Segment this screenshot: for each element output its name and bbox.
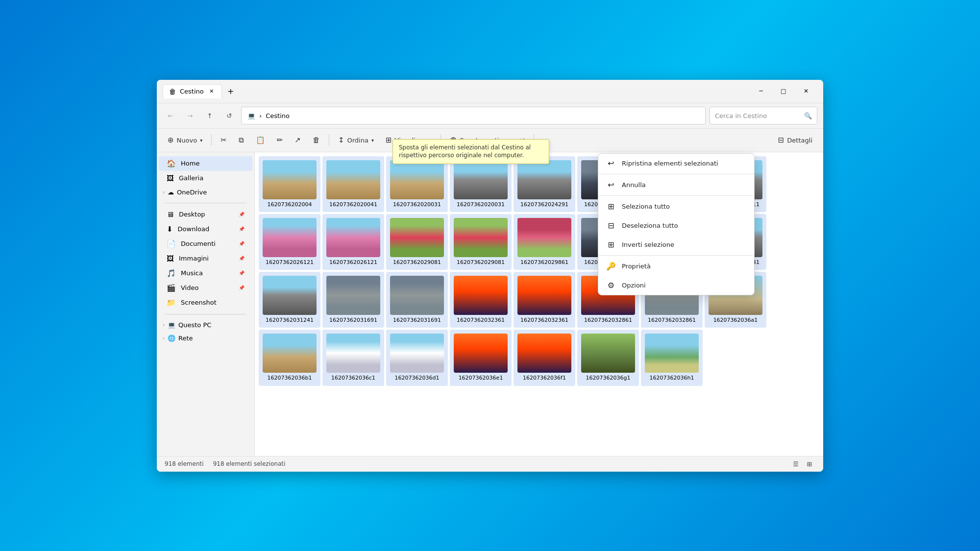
details-icon: ⊟ bbox=[778, 136, 784, 144]
sidebar-item-gallery[interactable]: 🖼 Galleria bbox=[159, 171, 252, 186]
file-item[interactable]: 16207362026121 bbox=[259, 214, 320, 270]
tooltip-box: Sposta gli elementi selezionati dal Cest… bbox=[392, 139, 549, 165]
sidebar-item-images[interactable]: 🖼 Immagini 📌 bbox=[159, 251, 252, 266]
share-button[interactable]: ↗ bbox=[290, 131, 306, 149]
search-placeholder: Cerca in Cestino bbox=[715, 112, 767, 120]
sidebar-item-screenshot[interactable]: 📁 Screenshot bbox=[159, 295, 252, 310]
file-thumbnail bbox=[390, 218, 444, 257]
context-select-all-button[interactable]: ⊞ Seleziona tutto bbox=[598, 197, 754, 216]
file-name: 16207362029081 bbox=[393, 259, 441, 266]
cut-icon: ✂ bbox=[220, 136, 227, 144]
file-item[interactable]: 16207362036f1 bbox=[514, 330, 575, 385]
search-box[interactable]: Cerca in Cestino 🔍 bbox=[710, 107, 817, 124]
file-thumbnail bbox=[263, 276, 317, 315]
file-item[interactable]: 16207362036c1 bbox=[322, 330, 384, 385]
copy-button[interactable]: ⧉ bbox=[234, 131, 249, 149]
file-item[interactable]: 16207362036b1 bbox=[259, 330, 320, 385]
back-button[interactable]: ← bbox=[163, 108, 178, 123]
file-thumbnail bbox=[517, 160, 571, 199]
file-item[interactable]: 16207362029081 bbox=[450, 214, 512, 270]
file-name: 16207362036g1 bbox=[586, 375, 631, 382]
context-invert-button[interactable]: ⊞ Inverti selezione bbox=[598, 235, 754, 254]
status-grid-view-button[interactable]: ⊞ bbox=[804, 458, 815, 470]
file-item[interactable]: 16207362032361 bbox=[450, 272, 512, 328]
file-name: 16207362020031 bbox=[393, 201, 441, 208]
file-item[interactable]: 16207362032361 bbox=[514, 272, 575, 328]
tab-cestino[interactable]: 🗑 Cestino ✕ bbox=[163, 84, 222, 98]
cut-button[interactable]: ✂ bbox=[216, 131, 232, 149]
sidebar-item-network[interactable]: › 🌐 Rete bbox=[159, 332, 252, 345]
context-options-icon: ⚙ bbox=[606, 281, 616, 290]
address-bar: ← → ↑ ↺ 💻 › Cestino Cerca in Cestino 🔍 bbox=[157, 103, 823, 129]
file-item[interactable]: 16207362020031 bbox=[386, 156, 448, 212]
file-item[interactable]: 16207362036d1 bbox=[386, 330, 448, 385]
file-item[interactable]: 16207362020041 bbox=[322, 156, 384, 212]
file-item[interactable]: 16207362036g1 bbox=[577, 330, 639, 385]
file-item[interactable]: 16207362031691 bbox=[322, 272, 384, 328]
details-button[interactable]: ⊟ Dettagli bbox=[773, 131, 817, 149]
up-button[interactable]: ↑ bbox=[202, 108, 218, 123]
images-icon: 🖼 bbox=[167, 254, 174, 263]
file-item[interactable]: 16207362029081 bbox=[386, 214, 448, 270]
file-item[interactable]: 16207362029861 bbox=[514, 214, 575, 270]
sidebar-item-download[interactable]: ⬇ Download 📌 bbox=[159, 222, 252, 237]
context-undo-icon: ↩ bbox=[606, 180, 616, 190]
tab-close-button[interactable]: ✕ bbox=[208, 88, 216, 96]
context-invert-icon: ⊞ bbox=[606, 240, 616, 249]
file-item[interactable]: 1620736202004 bbox=[259, 156, 320, 212]
documents-icon: 📄 bbox=[167, 240, 176, 248]
file-thumbnail bbox=[263, 218, 317, 257]
paste-button[interactable]: 📋 bbox=[251, 131, 270, 149]
toolbar-sep-1 bbox=[211, 134, 212, 146]
sidebar-item-music[interactable]: 🎵 Musica 📌 bbox=[159, 266, 252, 281]
breadcrumb[interactable]: 💻 › Cestino bbox=[241, 107, 706, 124]
sidebar-item-documents[interactable]: 📄 Documenti 📌 bbox=[159, 237, 252, 251]
context-options-button[interactable]: ⚙ Opzioni bbox=[598, 276, 754, 295]
context-undo-button[interactable]: ↩ Annulla bbox=[598, 175, 754, 194]
file-thumbnail bbox=[517, 334, 571, 373]
forward-button[interactable]: → bbox=[182, 108, 198, 123]
file-item[interactable]: 16207362031691 bbox=[386, 272, 448, 328]
delete-button[interactable]: 🗑 bbox=[308, 131, 325, 149]
sidebar-item-home[interactable]: 🏠 Home bbox=[159, 156, 252, 171]
sidebar-item-onedrive[interactable]: › ☁ OneDrive bbox=[159, 186, 252, 199]
file-thumbnail bbox=[390, 160, 444, 199]
file-item[interactable]: 16207362036e1 bbox=[450, 330, 512, 385]
context-deselect-all-button[interactable]: ⊟ Deseleziona tutto bbox=[598, 216, 754, 235]
file-item[interactable]: 16207362026121 bbox=[322, 214, 384, 270]
breadcrumb-separator: › bbox=[259, 112, 262, 120]
close-button[interactable]: ✕ bbox=[795, 83, 817, 99]
copy-icon: ⧉ bbox=[239, 136, 244, 144]
refresh-button[interactable]: ↺ bbox=[221, 108, 237, 123]
context-properties-button[interactable]: 🔑 Proprietà bbox=[598, 257, 754, 276]
context-divider-1 bbox=[598, 174, 754, 174]
context-divider-2 bbox=[598, 195, 754, 196]
new-tab-button[interactable]: + bbox=[224, 84, 238, 98]
file-thumbnail bbox=[581, 334, 635, 373]
file-item[interactable]: 16207362036h1 bbox=[641, 330, 703, 385]
sidebar-item-desktop[interactable]: 🖥 Desktop 📌 bbox=[159, 207, 252, 222]
minimize-button[interactable]: ─ bbox=[750, 83, 772, 99]
rename-button[interactable]: ✏ bbox=[272, 131, 288, 149]
file-name: 16207362031691 bbox=[329, 317, 377, 324]
file-item[interactable]: 16207362020031 bbox=[450, 156, 512, 212]
file-name: 16207362026121 bbox=[329, 259, 377, 266]
file-name: 16207362036b1 bbox=[268, 375, 312, 382]
context-restore-button[interactable]: ↩ Ripristina elementi selezionati bbox=[598, 154, 754, 173]
sidebar-item-video[interactable]: 🎬 Video 📌 bbox=[159, 281, 252, 295]
this-pc-expand-icon: › bbox=[163, 322, 165, 328]
view-icon: ⊞ bbox=[386, 136, 392, 144]
home-icon: 🏠 bbox=[167, 159, 176, 168]
maximize-button[interactable]: □ bbox=[772, 83, 795, 99]
window-controls: ─ □ ✕ bbox=[750, 83, 817, 99]
sort-button[interactable]: ↕ Ordina ▾ bbox=[333, 131, 379, 149]
context-properties-icon: 🔑 bbox=[606, 262, 616, 271]
status-list-view-button[interactable]: ☰ bbox=[790, 458, 802, 470]
new-button[interactable]: ⊕ Nuovo ▾ bbox=[163, 131, 207, 149]
file-explorer-window: 🗑 Cestino ✕ + ─ □ ✕ ← → ↑ ↺ 💻 › Cestino … bbox=[157, 80, 823, 472]
file-item[interactable]: 16207362031241 bbox=[259, 272, 320, 328]
sidebar-item-this-pc[interactable]: › 💻 Questo PC bbox=[159, 318, 252, 332]
context-select-all-icon: ⊞ bbox=[606, 202, 616, 211]
tab-title: Cestino bbox=[180, 88, 204, 95]
file-item[interactable]: 16207362024291 bbox=[514, 156, 575, 212]
